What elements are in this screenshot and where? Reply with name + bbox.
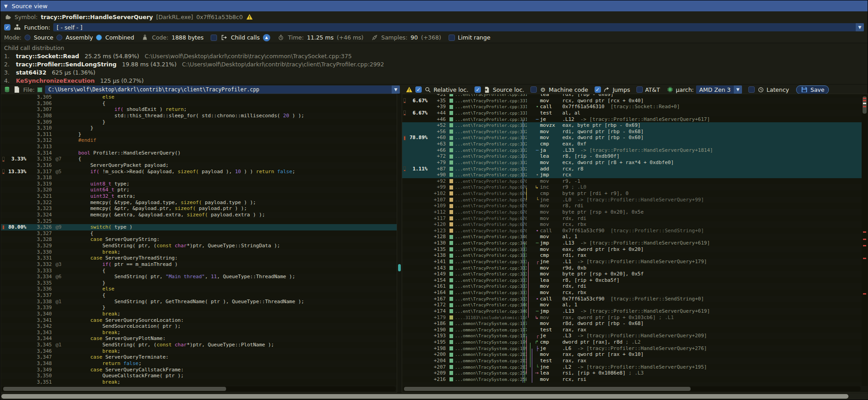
- source-line[interactable]: 3,306 {: [1, 100, 397, 107]
- asm-line[interactable]: +216...ommon\TracySystem.cpp:258movrcx, …: [402, 376, 862, 383]
- source-line[interactable]: 3,312#endif: [1, 137, 397, 144]
- uarch-select[interactable]: AMD Zen 3 ▼: [696, 85, 742, 94]
- source-line[interactable]: 3,335 }: [1, 280, 397, 286]
- asm-line[interactable]: +107...ent\TracyProfiler.hpp:676└jne.L0 …: [402, 197, 862, 203]
- source-line[interactable]: 3,351 break;: [1, 379, 397, 385]
- asm-line[interactable]: +128...ent\TracyProfiler.cpp:3401moval, …: [402, 234, 862, 240]
- radio-assembly[interactable]: [56, 35, 62, 40]
- source-line[interactable]: 3,313: [1, 144, 397, 150]
- source-line[interactable]: 3,310 }: [1, 125, 397, 131]
- radio-source-label[interactable]: Source: [34, 34, 53, 41]
- source-line[interactable]: 3,350 QueueCallstackFrame( ptr );: [1, 373, 397, 379]
- asm-line[interactable]: +56...ent\TracyProfiler.cpp:3326movrdi, …: [402, 129, 862, 135]
- source-line[interactable]: 3,328 case ServerQueryString:: [1, 236, 397, 243]
- asm-line[interactable]: +135...ent\TracyProfiler.cpp:3332moveax,…: [402, 246, 862, 253]
- child-calls-label[interactable]: Child calls: [231, 34, 260, 41]
- asm-line[interactable]: +195...ommon\TracySystem.cpp:199↱cmpdwor…: [402, 339, 862, 345]
- source-line[interactable]: 13.33%3,317@5 if( !m_sock->Read( &payloa…: [1, 169, 397, 175]
- child-call-name[interactable]: tracy::Socket::Read: [16, 52, 79, 60]
- machine-code-checkbox[interactable]: [530, 86, 537, 93]
- source-line[interactable]: 3,341 case ServerQuerySourceLocation:: [1, 317, 397, 324]
- source-line[interactable]: 3,330 break;: [1, 249, 397, 255]
- radio-combined[interactable]: [96, 35, 102, 40]
- source-line[interactable]: 3,337 {: [1, 292, 397, 299]
- source-line[interactable]: 3,309 }: [1, 119, 397, 125]
- child-calls-checkbox[interactable]: [211, 35, 217, 41]
- asm-line[interactable]: +209...ommon\TracySystem.cpp:258→learsi,…: [402, 370, 862, 376]
- asm-line[interactable]: +120...ent\TracyProfiler.hpp:676movrcx, …: [402, 221, 862, 228]
- latency-checkbox[interactable]: [748, 86, 755, 93]
- asm-line[interactable]: +164...ent\TracyProfiler.cpp:3334movrcx,…: [402, 290, 862, 296]
- window-titlebar[interactable]: ▼ Source view: [0, 0, 868, 11]
- relative-loc-checkbox[interactable]: [415, 86, 422, 93]
- asm-line[interactable]: +149...ent\TracyProfiler.cpp:3334movbyte…: [402, 271, 862, 277]
- source-line[interactable]: 3,338@1 SendString( ptr, GetThreadName( …: [1, 299, 397, 305]
- scrollbar-thumb[interactable]: [3, 387, 226, 391]
- source-line[interactable]: 3,324 memcpy( &extra, &payload.extra, si…: [1, 212, 397, 218]
- source-line[interactable]: 3,316 ServerQueryPacket payload;: [1, 162, 397, 169]
- asm-line[interactable]: +123...ent\TracyProfiler.hpp:676•call0x7…: [402, 228, 862, 234]
- source-line[interactable]: 3,331 case ServerQueryThreadString:: [1, 255, 397, 261]
- source-line[interactable]: 3,320 uint64_t ptr;: [1, 187, 397, 193]
- radio-assembly-label[interactable]: Assembly: [66, 34, 93, 41]
- child-call-row[interactable]: 2. tracy::Profiler::SendLongString 19.88…: [4, 60, 864, 69]
- source-line[interactable]: 3,344 case ServerQueryPlotName:: [1, 335, 397, 342]
- asm-line[interactable]: +79...ent\TracyProfiler.cpp:3326movecx, …: [402, 160, 862, 166]
- asm-line[interactable]: +52...ent\TracyProfiler.cpp:3326movzxeax…: [402, 122, 862, 129]
- source-line[interactable]: 3,343 break;: [1, 330, 397, 336]
- asm-line[interactable]: +46...ent\TracyProfiler.cpp:3317─je.L12 …: [402, 116, 862, 123]
- source-line[interactable]: 3,333 {: [1, 268, 397, 274]
- assembly-hscrollbar[interactable]: [403, 386, 861, 391]
- child-call-row[interactable]: 3. stat64i32 625 μs (1.36%): [4, 69, 864, 77]
- source-line[interactable]: 3,308 std::this_thread::sleep_for( std::…: [1, 113, 397, 119]
- function-checkbox[interactable]: [4, 24, 10, 30]
- asm-line[interactable]: +138...ent\TracyProfiler.cpp:3332cmprdi,…: [402, 252, 862, 259]
- child-call-row[interactable]: 4. KeSynchronizeExecution 125 μs (0.27%): [4, 77, 864, 84]
- source-line[interactable]: 3,311}: [1, 131, 397, 138]
- asm-line[interactable]: +130...ent\TracyProfiler.cpp:3401─jmp.L1…: [402, 240, 862, 246]
- source-line[interactable]: 3,314bool Profiler::HandleServerQuery(): [1, 150, 397, 156]
- asm-line[interactable]: +207...ommon\TracySystem.cpp:203└jne.L2 …: [402, 364, 862, 370]
- child-call-name[interactable]: stat64i32: [16, 69, 46, 77]
- source-line[interactable]: 3,322 memcpy( &type, &payload.type, size…: [1, 200, 397, 206]
- asm-line[interactable]: +72...ent\TracyProfiler.cpp:3326lear8, […: [402, 153, 862, 160]
- asm-line[interactable]: +174...ent\TracyProfiler.cpp:3401─jmp.L1…: [402, 308, 862, 315]
- child-call-name[interactable]: tracy::Profiler::SendLongString: [16, 60, 116, 69]
- att-checkbox[interactable]: [636, 86, 643, 93]
- child-calls-up-button[interactable]: ▲: [263, 34, 270, 41]
- window-hscrollbar[interactable]: [0, 393, 868, 400]
- source-line[interactable]: 3,339 }: [1, 305, 397, 311]
- source-line[interactable]: 3,334@6 SendString( ptr, "Main thread", …: [1, 274, 397, 280]
- asm-line[interactable]: +161...ent\TracyProfiler.cpp:3334movrdx,…: [402, 283, 862, 290]
- source-line[interactable]: 80.00%3,326@9 switch( type ): [1, 224, 397, 230]
- asm-line[interactable]: +99...ent\TracyProfiler.hpp:676↳incr9 ; …: [402, 184, 862, 190]
- asm-line[interactable]: +154...ent\TracyProfiler.cpp:3334lear8, …: [402, 277, 862, 284]
- radio-source[interactable]: [25, 35, 30, 40]
- scrollbar-thumb[interactable]: [404, 387, 691, 391]
- asm-line[interactable]: 6.67%+44...ent\TracyProfiler.cpp:3317tes…: [402, 110, 862, 116]
- asm-line[interactable]: +31...ent\TracyProfiler.cpp:3317leardx, …: [402, 94, 862, 98]
- asm-line[interactable]: 1.11%+87...ent\TracyProfiler.cpp:3326add…: [402, 166, 862, 172]
- asm-line[interactable]: +167...ent\TracyProfiler.cpp:3334•call0x…: [402, 296, 862, 302]
- pane-splitter[interactable]: [397, 94, 402, 393]
- save-button[interactable]: Save: [796, 85, 829, 94]
- source-line[interactable]: 3.33%3,315@7{: [1, 156, 397, 162]
- toggle-machine-code[interactable]: ⚙ Machine code: [530, 86, 588, 93]
- source-line[interactable]: 3,342 SendSourceLocation( ptr );: [1, 323, 397, 330]
- radio-combined-label[interactable]: Combined: [105, 34, 134, 41]
- asm-line[interactable]: +102...ent\TracyProfiler.hpp:676cmpbyte …: [402, 190, 862, 197]
- asm-line[interactable]: +198...ommon\TracySystem.cpp:199├je.L6 -…: [402, 345, 862, 352]
- splitter-grip[interactable]: [398, 264, 401, 271]
- source-line[interactable]: 3,347 case ServerQueryTerminate:: [1, 354, 397, 360]
- toggle-att-syntax[interactable]: AT&T: [636, 86, 660, 93]
- asm-line[interactable]: +112...ent\TracyProfiler.hpp:676movbyte …: [402, 209, 862, 215]
- jumps-checkbox[interactable]: [595, 86, 601, 93]
- asm-line[interactable]: +63...ent\TracyProfiler.cpp:3326cmpeax, …: [402, 141, 862, 147]
- source-line[interactable]: 3,305 else: [1, 94, 397, 100]
- asm-line[interactable]: +193...ommon\TracySystem.cpp:197┌je.L3 -…: [402, 333, 862, 339]
- source-line[interactable]: 3,321 uint32_t extra;: [1, 193, 397, 200]
- assembly-vscrollbar[interactable]: [862, 95, 868, 386]
- toggle-source-loc[interactable]: Source loc.: [474, 86, 524, 93]
- source-line[interactable]: 3,332@3 if( ptr == m_mainThread ): [1, 261, 397, 268]
- source-line[interactable]: 3,340 break;: [1, 311, 397, 317]
